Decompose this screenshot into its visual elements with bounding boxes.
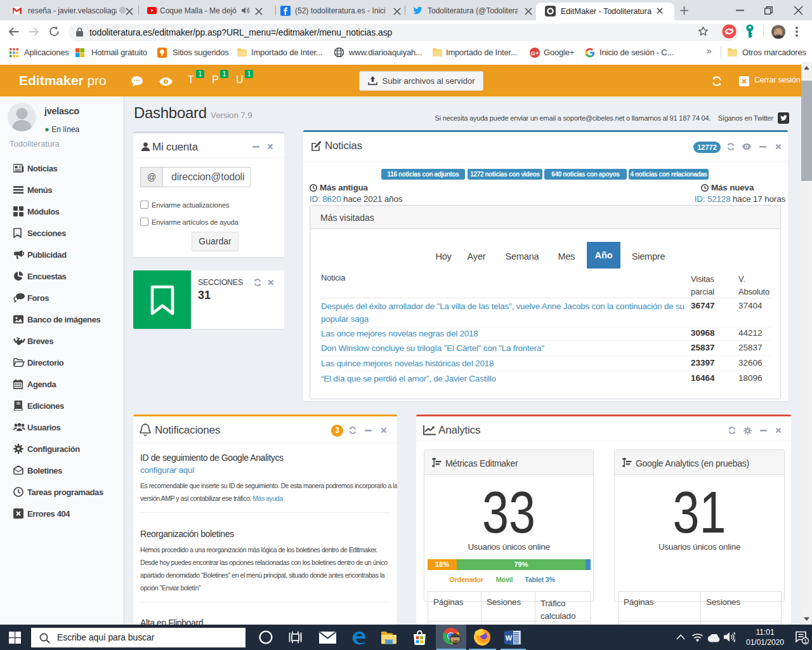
svg-text:W: W — [506, 634, 513, 642]
svg-text:1: 1 — [804, 638, 807, 644]
svg-text:G+: G+ — [531, 50, 539, 56]
